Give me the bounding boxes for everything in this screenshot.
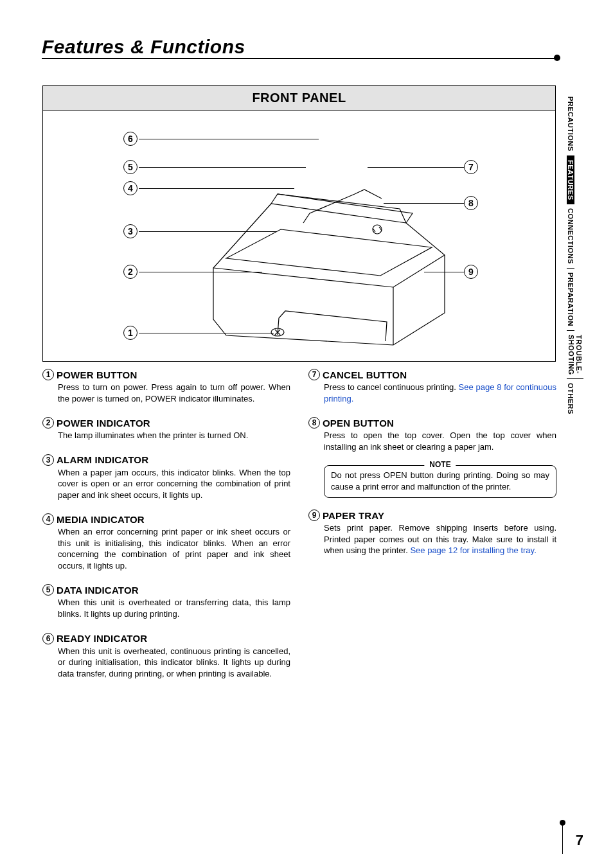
panel-heading: FRONT PANEL [43, 86, 555, 111]
item-num: 8 [308, 417, 320, 429]
item-1: 1POWER BUTTONPress to turn on power. Pre… [42, 369, 290, 404]
item-title: POWER BUTTON [57, 369, 137, 380]
left-column: 1POWER BUTTONPress to turn on power. Pre… [42, 369, 290, 692]
note-box: NOTEDo not press OPEN button during prin… [324, 465, 556, 498]
item-title: CANCEL BUTTON [323, 369, 407, 380]
page-number-rule [562, 824, 563, 854]
item-body: Sets print paper. Remove shipping insert… [308, 522, 556, 556]
item-body: The lamp illuminates when the printer is… [42, 430, 290, 441]
tab-others[interactable]: OTHERS [567, 379, 574, 418]
item-num: 2 [42, 417, 54, 429]
svg-point-0 [373, 225, 382, 234]
tab-features[interactable]: FEATURES [567, 156, 574, 204]
tab-preparation[interactable]: PREPARATION [567, 269, 574, 331]
item-num: 3 [42, 454, 54, 466]
side-tabs: PRECAUTIONSFEATURESCONNECTIONSPREPARATIO… [567, 93, 583, 418]
item-4: 4MEDIA INDICATORWhen an error concerning… [42, 513, 290, 571]
printer-svg [85, 120, 515, 358]
title-rule [42, 58, 556, 59]
item-num: 1 [42, 369, 54, 380]
tab-precautions[interactable]: PRECAUTIONS [567, 93, 574, 156]
item-body: When an error concerning print paper or … [42, 526, 290, 571]
link-page-8[interactable]: See page 8 for continuous printing. [324, 382, 556, 403]
page-title: Features & Functions [42, 36, 245, 58]
item-3: 3ALARM INDICATORWhen a paper jam occurs,… [42, 454, 290, 501]
item-8: 8OPEN BUTTONPress to open the top cover.… [308, 417, 556, 452]
item-title: ALARM INDICATOR [57, 454, 148, 465]
page-number: 7 [576, 832, 583, 849]
link-page-12[interactable]: See page 12 for installing the tray. [410, 545, 536, 555]
item-9: 9PAPER TRAYSets print paper. Remove ship… [308, 509, 556, 556]
item-body: When this unit is overheated, continuous… [42, 646, 290, 680]
item-title: DATA INDICATOR [57, 585, 139, 596]
note-text: Do not press OPEN button during printing… [331, 470, 549, 492]
printer-diagram: 1 2 3 4 5 6 7 8 9 [85, 120, 515, 358]
item-5: 5DATA INDICATORWhen this unit is overhea… [42, 584, 290, 619]
item-num: 7 [308, 369, 320, 380]
item-body: Press to turn on power. Press again to t… [42, 382, 290, 404]
item-6: 6READY INDICATORWhen this unit is overhe… [42, 633, 290, 680]
tab-trouble-[interactable]: SHOOTINGTROUBLE- [567, 331, 583, 380]
item-body: Press to cancel continuous printing. See… [308, 382, 556, 404]
title-dot [554, 55, 560, 61]
item-num: 5 [42, 584, 54, 596]
right-column: 7CANCEL BUTTONPress to cancel continuous… [308, 369, 556, 692]
tab-connections[interactable]: CONNECTIONS [567, 204, 574, 269]
description-columns: 1POWER BUTTONPress to turn on power. Pre… [42, 369, 556, 692]
item-2: 2POWER INDICATORThe lamp illuminates whe… [42, 417, 290, 441]
item-title: POWER INDICATOR [57, 418, 150, 429]
item-title: READY INDICATOR [57, 633, 147, 644]
front-panel-box: FRONT PANEL 1 2 3 4 5 6 7 8 9 [42, 85, 556, 362]
item-body: When a paper jam occurs, this indicator … [42, 467, 290, 501]
item-body: When this unit is overheated or transfer… [42, 597, 290, 619]
item-7: 7CANCEL BUTTONPress to cancel continuous… [308, 369, 556, 404]
item-num: 6 [42, 633, 54, 644]
item-title: MEDIA INDICATOR [57, 514, 145, 525]
item-title: OPEN BUTTON [323, 418, 394, 429]
item-body: Press to open the top cover. Open the to… [308, 430, 556, 452]
item-title: PAPER TRAY [323, 510, 384, 521]
item-num: 9 [308, 509, 320, 521]
panel-body: 1 2 3 4 5 6 7 8 9 [43, 111, 555, 361]
note-label: NOTE [424, 460, 456, 469]
item-num: 4 [42, 513, 54, 525]
